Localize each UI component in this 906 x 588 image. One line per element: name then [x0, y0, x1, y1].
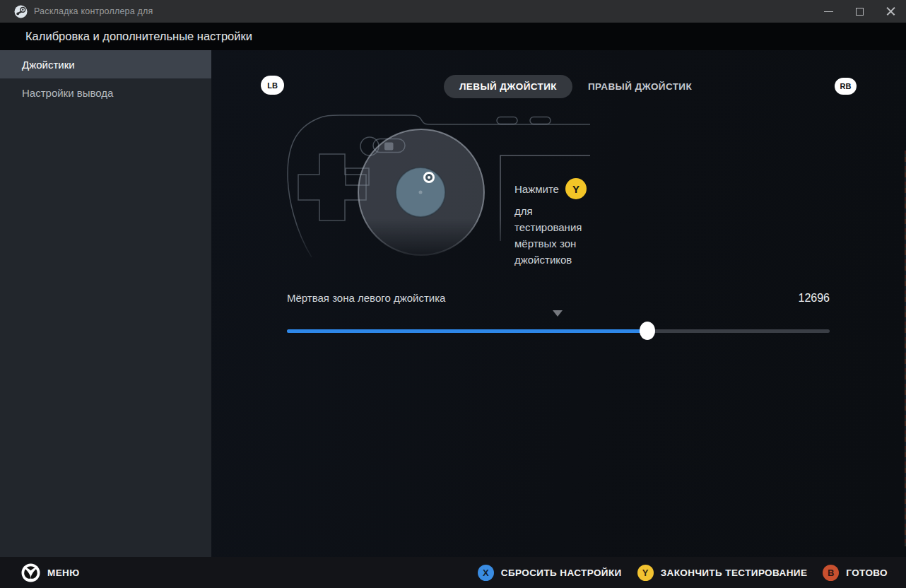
bottom-action-bar: МЕНЮ X СБРОСИТЬ НАСТРОЙКИ Y ЗАКОНЧИТЬ ТЕ…: [0, 557, 906, 588]
app-window: Раскладка контроллера для Калибровка и д…: [0, 0, 906, 588]
x-button-icon: X: [478, 565, 494, 581]
sidebar-item-joysticks[interactable]: Джойстики: [0, 50, 211, 78]
window-title: Раскладка контроллера для: [34, 6, 153, 16]
close-icon: [886, 7, 895, 16]
page-header: Калибровка и дополнительные настройки: [0, 23, 906, 50]
window-controls: [813, 0, 906, 23]
slider-track[interactable]: [287, 329, 830, 333]
main-panel: LB RB ЛЕВЫЙ ДЖОЙСТИК ПРАВЫЙ ДЖОЙСТИК: [211, 50, 906, 557]
test-hint-callout: Нажмите Y для тестирования мёртвых зон д…: [514, 178, 596, 268]
stick-position-indicator: [425, 173, 434, 182]
finish-testing-label: ЗАКОНЧИТЬ ТЕСТИРОВАНИЕ: [661, 568, 808, 578]
lb-badge: LB: [261, 76, 284, 95]
slider-value: 12696: [799, 292, 830, 305]
hint-prefix: Нажмите: [514, 183, 559, 195]
y-button-icon: Y: [565, 178, 587, 199]
finish-testing-button[interactable]: Y ЗАКОНЧИТЬ ТЕСТИРОВАНИЕ: [637, 565, 808, 581]
titlebar: Раскладка контроллера для: [0, 0, 906, 23]
tab-label: ПРАВЫЙ ДЖОЙСТИК: [588, 81, 692, 92]
done-button[interactable]: B ГОТОВО: [823, 565, 888, 581]
y-button-icon: Y: [637, 565, 654, 581]
steam-icon: [14, 5, 28, 18]
lb-badge-label: LB: [267, 81, 278, 90]
rb-badge: RB: [835, 78, 857, 95]
hint-line: джойстиков: [514, 252, 596, 268]
content-body: Джойстики Настройки вывода LB RB ЛЕВЫЙ Д…: [0, 50, 906, 557]
maximize-icon: [856, 8, 864, 16]
reset-settings-button[interactable]: X СБРОСИТЬ НАСТРОЙКИ: [478, 565, 622, 581]
slider-handle[interactable]: [640, 322, 655, 340]
b-button-icon: B: [823, 565, 839, 581]
hint-line: тестирования: [514, 219, 596, 235]
deadzone-slider-section: Мёртвая зона левого джойстика 12696: [287, 292, 830, 340]
tab-right-joystick[interactable]: ПРАВЫЙ ДЖОЙСТИК: [584, 75, 696, 98]
sidebar: Джойстики Настройки вывода: [0, 50, 211, 557]
slider-label: Мёртвая зона левого джойстика: [287, 292, 445, 304]
tab-left-joystick[interactable]: ЛЕВЫЙ ДЖОЙСТИК: [444, 75, 572, 98]
sidebar-item-label: Настройки вывода: [22, 87, 113, 99]
menu-label: МЕНЮ: [47, 568, 80, 578]
tab-label: ЛЕВЫЙ ДЖОЙСТИК: [459, 81, 557, 92]
action-buttons: X СБРОСИТЬ НАСТРОЙКИ Y ЗАКОНЧИТЬ ТЕСТИРО…: [478, 565, 888, 581]
slider-default-marker: [553, 310, 563, 317]
menu-button[interactable]: МЕНЮ: [21, 563, 80, 582]
hint-line: для: [514, 203, 596, 219]
reset-settings-label: СБРОСИТЬ НАСТРОЙКИ: [501, 568, 622, 578]
rb-badge-label: RB: [840, 82, 852, 90]
joystick-tabs: ЛЕВЫЙ ДЖОЙСТИК ПРАВЫЙ ДЖОЙСТИК: [444, 75, 696, 98]
sidebar-item-output-settings[interactable]: Настройки вывода: [0, 78, 211, 107]
minimize-button[interactable]: [813, 0, 844, 23]
maximize-button[interactable]: [844, 0, 875, 23]
done-label: ГОТОВО: [846, 568, 888, 578]
slider-fill: [287, 329, 647, 333]
close-button[interactable]: [875, 0, 906, 23]
hint-line: мёртвых зон: [514, 235, 596, 252]
minimize-icon: [824, 11, 833, 12]
xbox-menu-icon: [21, 563, 40, 582]
sidebar-item-label: Джойстики: [22, 59, 75, 71]
deadzone-slider[interactable]: [287, 322, 830, 340]
page-title: Калибровка и дополнительные настройки: [25, 30, 252, 43]
